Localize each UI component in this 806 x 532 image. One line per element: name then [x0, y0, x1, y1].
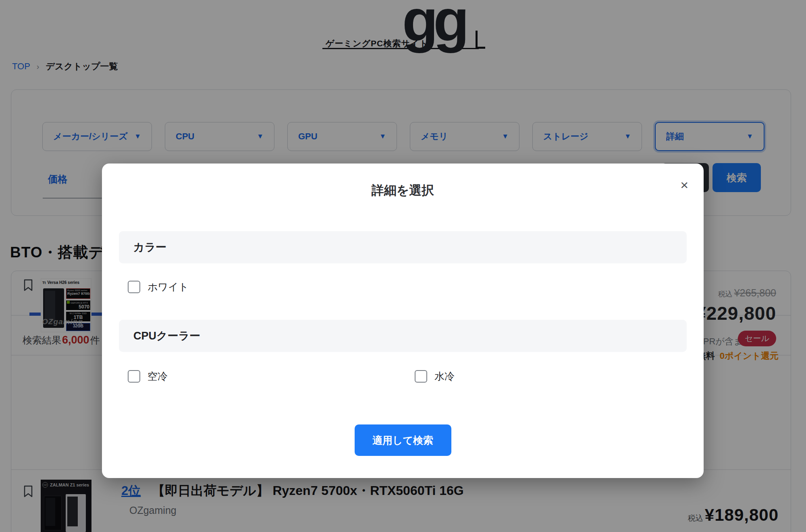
checkbox-air-cooling[interactable]: [128, 370, 140, 383]
option-water-cooling[interactable]: 水冷: [415, 370, 455, 383]
option-label: ホワイト: [147, 280, 189, 294]
section-heading: CPUクーラー: [133, 329, 200, 343]
details-modal: 詳細を選択 × カラー ホワイト CPUクーラー 空冷 水冷 適用して検索: [102, 164, 704, 478]
section-color: カラー: [119, 231, 687, 263]
section-heading: カラー: [133, 240, 166, 255]
option-air-cooling[interactable]: 空冷: [128, 370, 168, 383]
option-label: 水冷: [434, 370, 455, 383]
option-label: 空冷: [147, 370, 168, 383]
apply-search-button[interactable]: 適用して検索: [355, 424, 451, 456]
section-cpu-cooler: CPUクーラー: [119, 320, 687, 352]
modal-title: 詳細を選択: [102, 182, 704, 199]
checkbox-water-cooling[interactable]: [415, 370, 427, 383]
close-icon[interactable]: ×: [680, 178, 688, 192]
checkbox-white[interactable]: [128, 281, 140, 293]
option-white[interactable]: ホワイト: [128, 280, 189, 294]
